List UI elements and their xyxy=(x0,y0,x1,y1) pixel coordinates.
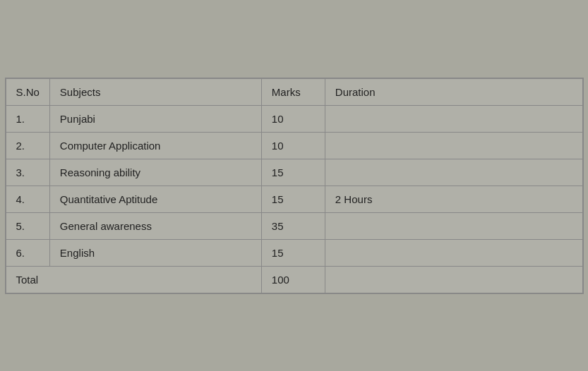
table-footer-row: Total 100 xyxy=(6,266,582,293)
table-row: 4.Quantitative Aptitude152 Hours xyxy=(6,186,582,212)
cell-duration xyxy=(325,239,582,266)
cell-duration xyxy=(325,105,582,132)
cell-sno: 5. xyxy=(6,212,49,239)
cell-sno: 3. xyxy=(6,159,49,186)
table-header-row: S.No Subjects Marks Duration xyxy=(6,78,582,105)
table-body: 1.Punjabi102.Computer Application103.Rea… xyxy=(6,105,582,266)
table-row: 5.General awareness35 xyxy=(6,212,582,239)
table-row: 1.Punjabi10 xyxy=(6,105,582,132)
cell-sno: 2. xyxy=(6,132,49,159)
header-subjects: Subjects xyxy=(49,78,261,105)
table-row: 6.English15 xyxy=(6,239,582,266)
cell-subject: Computer Application xyxy=(49,132,261,159)
cell-sno: 1. xyxy=(6,105,49,132)
header-sno: S.No xyxy=(6,78,49,105)
cell-marks: 15 xyxy=(261,186,325,212)
header-marks: Marks xyxy=(261,78,325,105)
cell-marks: 15 xyxy=(261,239,325,266)
footer-duration-empty xyxy=(325,266,582,293)
cell-duration: 2 Hours xyxy=(325,186,582,212)
cell-marks: 15 xyxy=(261,159,325,186)
table-row: 3.Reasoning ability15 xyxy=(6,159,582,186)
cell-marks: 35 xyxy=(261,212,325,239)
header-duration: Duration xyxy=(325,78,582,105)
footer-total: 100 xyxy=(261,266,325,293)
cell-duration xyxy=(325,212,582,239)
cell-marks: 10 xyxy=(261,105,325,132)
cell-subject: Reasoning ability xyxy=(49,159,261,186)
cell-subject: English xyxy=(49,239,261,266)
table-row: 2.Computer Application10 xyxy=(6,132,582,159)
cell-sno: 4. xyxy=(6,186,49,212)
cell-subject: Punjabi xyxy=(49,105,261,132)
exam-table-wrapper: S.No Subjects Marks Duration 1.Punjabi10… xyxy=(5,78,584,294)
cell-duration xyxy=(325,159,582,186)
footer-label: Total xyxy=(6,266,261,293)
cell-subject: Quantitative Aptitude xyxy=(49,186,261,212)
cell-sno: 6. xyxy=(6,239,49,266)
cell-marks: 10 xyxy=(261,132,325,159)
cell-subject: General awareness xyxy=(49,212,261,239)
cell-duration xyxy=(325,132,582,159)
exam-table: S.No Subjects Marks Duration 1.Punjabi10… xyxy=(6,78,583,293)
